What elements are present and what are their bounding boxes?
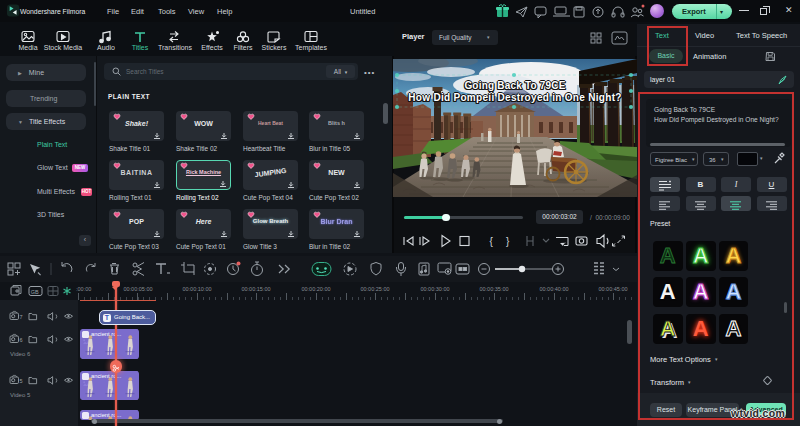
svg-text:{: { [490, 236, 494, 247]
svg-text:5: 5 [20, 378, 23, 384]
svg-text:GB: GB [31, 289, 39, 295]
svg-text:7: 7 [20, 314, 23, 320]
svg-text:}: } [506, 236, 510, 247]
svg-text:6: 6 [20, 337, 23, 343]
